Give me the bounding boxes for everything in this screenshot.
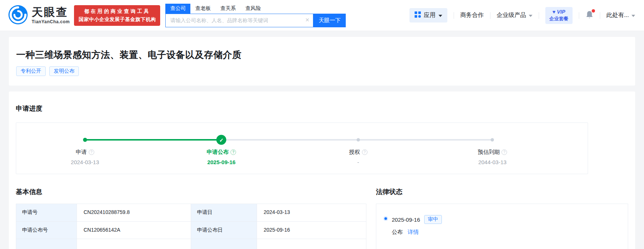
nav-divider	[539, 12, 539, 19]
notification-badge-dot	[592, 9, 595, 13]
cell-application-date-value: 2024-03-13	[257, 204, 366, 221]
legal-status-date: 2025-09-16	[392, 217, 420, 223]
nav-user-menu[interactable]: 此处有...	[606, 11, 635, 19]
timeline-node-published: ✓	[217, 135, 226, 145]
notifications-button[interactable]	[585, 10, 594, 21]
chevron-down-icon	[631, 15, 635, 17]
nav-business-cooperation[interactable]: 商务合作	[460, 11, 484, 19]
patent-title: 一种三维场景感知方法、装置、电子设备以及存储介质	[16, 49, 628, 61]
clear-input-icon[interactable]: ✕	[305, 17, 310, 23]
step-publication: 申请公布 ? 2025-09-16	[181, 149, 262, 165]
cell-publication-no-value: CN120656142A	[77, 222, 191, 239]
table-row-partially-visible	[16, 239, 366, 249]
timeline-node-expiry	[491, 138, 494, 142]
step-grant: 授权 ? -	[318, 149, 399, 165]
cell-application-date-label: 申请日	[191, 204, 257, 221]
timeline-node-granted	[356, 138, 360, 142]
status-badge: 审中	[424, 215, 442, 224]
legal-status-title: 法律状态	[376, 187, 628, 196]
cell-publication-no-label: 申请公布号	[16, 222, 77, 239]
vip-package-label: 企业套餐	[549, 15, 569, 22]
step-date: -	[318, 159, 399, 165]
help-question-icon[interactable]: ?	[362, 149, 367, 155]
legal-action-label: 公布	[392, 229, 403, 235]
legal-status-item: 2025-09-16 审中 公布 详情	[384, 215, 619, 236]
apps-label: 应用	[424, 11, 436, 19]
cell-application-no-value: CN202410288759.8	[77, 204, 191, 221]
legal-status-box: 2025-09-16 审中 公布 详情	[376, 204, 628, 249]
tag-invention-publication: 发明公布	[49, 66, 79, 76]
top-header: 天眼查 TianYanCha.com 都在用的商业查询工具 国家中小企业发展子基…	[0, 0, 644, 31]
timeline-completed-segment	[85, 139, 222, 141]
step-label: 预估到期	[478, 149, 500, 156]
patent-tags: 专利公开 发明公布	[16, 66, 628, 76]
nav-divider	[600, 12, 600, 19]
search-tabs: 查公司 查老板 查关系 查风险	[165, 4, 313, 14]
search-module: 查公司 查老板 查关系 查风险 ✕ 天眼一下	[165, 4, 346, 27]
enterprise-label: 企业级产品	[497, 11, 526, 19]
check-icon: ✓	[217, 135, 226, 145]
tab-search-company[interactable]: 查公司	[165, 4, 190, 14]
cell-label	[191, 239, 257, 249]
table-row: 申请公布号 CN120656142A 申请公布日 2025-09-16	[16, 221, 366, 239]
vip-label: VIP	[557, 9, 566, 15]
tab-search-boss[interactable]: 查老板	[190, 4, 215, 14]
brand-name: 天眼查	[32, 7, 70, 18]
cell-publication-date-label: 申请公布日	[191, 222, 257, 239]
basic-info-table: 申请号 CN202410288759.8 申请日 2024-03-13 申请公布…	[16, 204, 366, 249]
step-label: 申请公布	[207, 149, 229, 156]
table-row: 申请号 CN202410288759.8 申请日 2024-03-13	[16, 204, 366, 221]
cell-label	[16, 239, 77, 249]
tab-search-risk[interactable]: 查风险	[240, 4, 265, 14]
slogan-line2: 国家中小企业发展子基金旗下机构	[78, 16, 156, 23]
patent-detail-card: 申请进度 ✓ 申请 ? 2024-03-13	[9, 91, 635, 249]
slogan-line1: 都在用的商业查询工具	[78, 8, 156, 15]
user-menu-label: 此处有...	[606, 11, 629, 19]
cell-application-no-label: 申请号	[16, 204, 77, 221]
help-question-icon[interactable]: ?	[230, 149, 236, 155]
progress-section-title: 申请进度	[16, 104, 628, 113]
brand-domain: TianYanCha.com	[32, 19, 70, 24]
timeline-node-filed	[83, 138, 87, 142]
vip-package-button[interactable]: ♥ VIP 企业套餐	[545, 7, 573, 24]
step-label: 授权	[349, 149, 360, 156]
brand-slogan-banner: 都在用的商业查询工具 国家中小企业发展子基金旗下机构	[74, 5, 160, 26]
basic-info-title: 基本信息	[16, 187, 366, 196]
application-progress-timeline: ✓ 申请 ? 2024-03-13 申请公布 ? 2025-09-	[16, 122, 588, 174]
search-input[interactable]	[165, 14, 313, 27]
step-application: 申请 ? 2024-03-13	[45, 149, 126, 165]
cell-value	[257, 239, 366, 249]
chevron-down-icon	[439, 15, 442, 17]
patent-header-card: 一种三维场景感知方法、装置、电子设备以及存储介质 专利公开 发明公布	[9, 37, 635, 86]
help-question-icon[interactable]: ?	[89, 149, 94, 155]
nav-divider	[490, 12, 490, 19]
timeline-bullet-icon	[384, 217, 387, 220]
nav-enterprise-products[interactable]: 企业级产品	[497, 11, 532, 19]
chevron-down-icon	[529, 15, 532, 17]
apps-menu-button[interactable]: 应用	[409, 8, 447, 23]
step-date: 2044-03-13	[452, 159, 533, 165]
basic-info-section: 基本信息 申请号 CN202410288759.8 申请日 2024-03-13…	[16, 187, 366, 249]
tag-patent-publication: 专利公开	[16, 66, 46, 76]
detail-link[interactable]: 详情	[408, 229, 419, 235]
legal-status-section: 法律状态 2025-09-16 审中 公布 详情	[376, 187, 628, 249]
step-estimated-expiry: 预估到期 ? 2044-03-13	[452, 149, 533, 165]
header-nav: 应用 商务合作 企业级产品 ♥ VIP 企业套餐	[409, 7, 635, 24]
apps-grid-icon	[415, 11, 421, 19]
page-content: 一种三维场景感知方法、装置、电子设备以及存储介质 专利公开 发明公布 申请进度 …	[0, 31, 644, 249]
nav-divider	[454, 12, 454, 19]
cell-value	[77, 239, 191, 249]
search-button[interactable]: 天眼一下	[313, 14, 346, 27]
tab-search-relation[interactable]: 查关系	[215, 4, 240, 14]
cell-publication-date-value: 2025-09-16	[257, 222, 366, 239]
help-question-icon[interactable]: ?	[502, 149, 507, 155]
vip-heart-icon: ♥	[552, 9, 555, 15]
tianyancha-logo-icon	[8, 5, 28, 26]
step-label: 申请	[76, 149, 87, 156]
step-date: 2024-03-13	[45, 159, 126, 165]
tianyancha-logo[interactable]: 天眼查 TianYanCha.com	[8, 5, 70, 26]
step-date: 2025-09-16	[181, 159, 262, 165]
nav-divider	[579, 12, 579, 19]
